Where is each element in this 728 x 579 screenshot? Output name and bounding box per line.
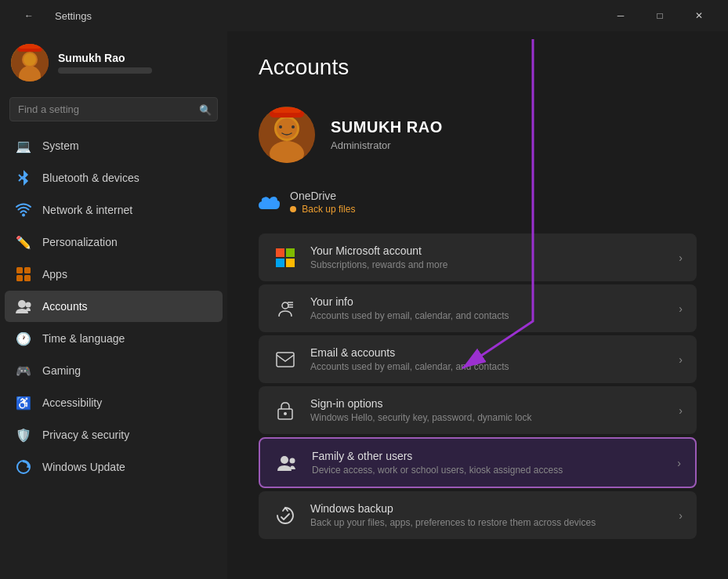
- search-input[interactable]: [9, 97, 218, 121]
- titlebar-left: ← Settings: [11, 4, 92, 27]
- back-button[interactable]: ←: [11, 4, 47, 27]
- content-area: Accounts SUMUKH RAO Administrator: [227, 31, 728, 579]
- svg-point-11: [18, 300, 26, 308]
- sidebar-email-bar: [58, 67, 152, 74]
- svg-rect-23: [286, 248, 295, 257]
- sidebar-item-system[interactable]: 💻 System: [5, 130, 223, 161]
- user-card-info: SUMUKH RAO Administrator: [331, 118, 443, 151]
- apps-icon: [16, 266, 31, 282]
- sidebar-item-label: Accessibility: [42, 396, 102, 409]
- sidebar-item-privacy[interactable]: 🛡️ Privacy & security: [5, 419, 223, 451]
- svg-rect-22: [276, 248, 284, 257]
- sidebar-item-label: Accounts: [42, 300, 88, 313]
- bluetooth-icon: [16, 170, 31, 186]
- sidebar-item-windows-update[interactable]: Windows Update: [5, 451, 223, 483]
- settings-item-subtitle: Accounts used by email, calendar, and co…: [310, 361, 666, 372]
- settings-item-subtitle: Back up your files, apps, preferences to…: [310, 517, 666, 528]
- privacy-icon: 🛡️: [16, 427, 31, 443]
- settings-item-title: Family & other users: [312, 450, 665, 462]
- settings-item-microsoft-account[interactable]: Your Microsoft account Subscriptions, re…: [259, 233, 697, 281]
- search-box: 🔍: [9, 97, 218, 121]
- sidebar-item-apps[interactable]: Apps: [5, 259, 223, 290]
- sidebar-item-label: Bluetooth & devices: [42, 172, 139, 184]
- svg-rect-5: [19, 44, 41, 49]
- sidebar-item-accounts[interactable]: Accounts: [5, 291, 223, 322]
- user-card: SUMUKH RAO Administrator: [259, 99, 697, 171]
- close-button[interactable]: ✕: [681, 4, 717, 27]
- svg-rect-7: [16, 267, 23, 273]
- sidebar-item-bluetooth[interactable]: Bluetooth & devices: [5, 162, 223, 194]
- svg-point-21: [292, 125, 295, 128]
- svg-point-20: [279, 125, 282, 128]
- settings-item-title: Your Microsoft account: [310, 244, 666, 257]
- svg-rect-10: [24, 275, 31, 281]
- personalization-icon: ✏️: [16, 234, 31, 250]
- settings-item-subtitle: Subscriptions, rewards and more: [310, 259, 666, 270]
- settings-item-title: Sign-in options: [310, 397, 666, 410]
- sidebar-profile: Sumukh Rao: [0, 31, 227, 94]
- user-avatar: [259, 107, 315, 163]
- sidebar-profile-info: Sumukh Rao: [58, 52, 152, 74]
- your-info-icon: [273, 296, 298, 321]
- settings-item-your-info[interactable]: Your info Accounts used by email, calend…: [259, 284, 697, 332]
- sidebar-item-label: Personalization: [42, 236, 118, 248]
- svg-point-34: [290, 458, 295, 463]
- chevron-right-icon: ›: [679, 404, 683, 417]
- onedrive-dot: [290, 206, 296, 212]
- sidebar-item-label: Network & internet: [42, 204, 132, 216]
- svg-rect-9: [16, 275, 23, 281]
- sidebar: Sumukh Rao 🔍 💻 System: [0, 31, 227, 579]
- app-title: Settings: [55, 10, 92, 22]
- sidebar-item-personalization[interactable]: ✏️ Personalization: [5, 226, 223, 258]
- titlebar: ← Settings ─ □ ✕: [0, 0, 728, 31]
- settings-item-windows-backup[interactable]: Windows backup Back up your files, apps,…: [259, 491, 697, 539]
- svg-point-12: [26, 302, 31, 308]
- windows-update-icon: [16, 459, 31, 475]
- svg-point-32: [284, 412, 287, 415]
- onedrive-info: OneDrive Back up files: [290, 190, 355, 215]
- minimize-button[interactable]: ─: [603, 4, 639, 27]
- onedrive-name: OneDrive: [290, 190, 355, 202]
- settings-item-text: Sign-in options Windows Hello, security …: [310, 397, 666, 423]
- settings-list: Your Microsoft account Subscriptions, re…: [259, 233, 697, 539]
- chevron-right-icon: ›: [679, 302, 683, 315]
- sidebar-item-gaming[interactable]: 🎮 Gaming: [5, 355, 223, 386]
- email-icon: [273, 347, 298, 372]
- settings-item-text: Your Microsoft account Subscriptions, re…: [310, 244, 666, 270]
- sidebar-item-label: Gaming: [42, 364, 81, 377]
- sidebar-item-network[interactable]: Network & internet: [5, 194, 223, 226]
- sidebar-username: Sumukh Rao: [58, 52, 152, 64]
- avatar: [11, 44, 49, 81]
- sidebar-item-label: Time & language: [42, 332, 125, 345]
- chevron-right-icon: ›: [679, 252, 683, 264]
- maximize-button[interactable]: □: [642, 4, 678, 27]
- onedrive-row: OneDrive Back up files: [259, 186, 697, 218]
- onedrive-icon: [259, 191, 281, 213]
- chevron-right-icon: ›: [679, 509, 683, 522]
- microsoft-account-icon: [273, 245, 298, 270]
- sidebar-nav: 💻 System Bluetooth & devices: [0, 129, 227, 483]
- svg-point-33: [281, 456, 288, 464]
- svg-point-6: [22, 214, 25, 217]
- settings-item-family-users[interactable]: Family & other users Device access, work…: [259, 437, 697, 488]
- sidebar-item-label: Privacy & security: [42, 429, 129, 441]
- network-icon: [16, 202, 31, 218]
- main-layout: Sumukh Rao 🔍 💻 System: [0, 31, 728, 579]
- sidebar-item-accessibility[interactable]: ♿ Accessibility: [5, 387, 223, 418]
- accounts-icon: [16, 299, 31, 314]
- onedrive-status: Back up files: [290, 204, 355, 215]
- family-users-icon: [274, 451, 299, 476]
- settings-item-subtitle: Device access, work or school users, kio…: [312, 465, 665, 476]
- chevron-right-icon: ›: [679, 353, 683, 366]
- settings-item-email-accounts[interactable]: Email & accounts Accounts used by email,…: [259, 335, 697, 383]
- user-role: Administrator: [331, 139, 443, 151]
- sidebar-item-time[interactable]: 🕐 Time & language: [5, 323, 223, 354]
- settings-item-subtitle: Windows Hello, security key, password, d…: [310, 412, 666, 423]
- svg-rect-24: [276, 259, 284, 267]
- settings-item-text: Family & other users Device access, work…: [312, 450, 665, 476]
- settings-item-title: Email & accounts: [310, 346, 666, 359]
- settings-item-sign-in[interactable]: Sign-in options Windows Hello, security …: [259, 386, 697, 434]
- user-name: SUMUKH RAO: [331, 118, 443, 136]
- sidebar-item-label: System: [42, 139, 79, 152]
- sidebar-item-label: Apps: [42, 268, 67, 280]
